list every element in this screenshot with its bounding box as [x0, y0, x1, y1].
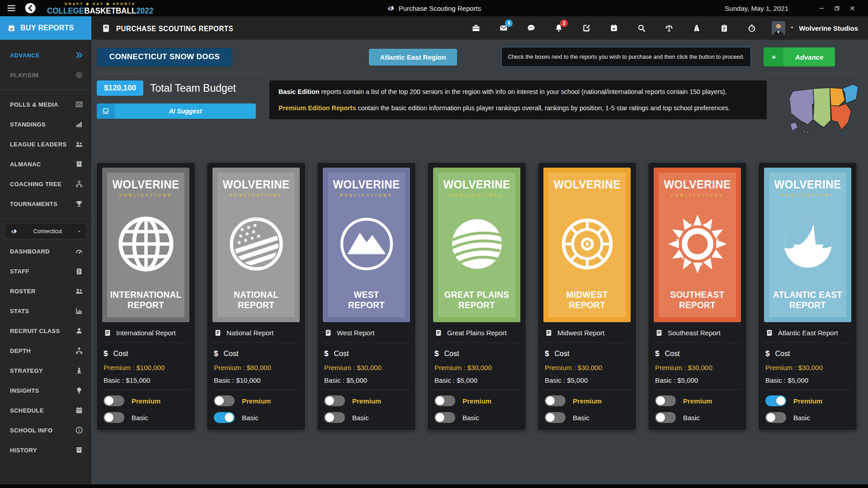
brand-basketball: BASKETBALL	[84, 5, 136, 15]
back-icon[interactable]	[24, 2, 36, 14]
chevron-down-icon	[77, 229, 82, 234]
cost-block: $ Cost Premium : $80,000 Basic : $10,000	[212, 343, 300, 389]
flag-icon	[222, 210, 290, 278]
wolverine-logo-icon	[387, 4, 395, 12]
sidebar-item[interactable]: LEAGUE LEADERS	[0, 134, 91, 154]
sidebar-item-label: STAFF	[10, 268, 29, 275]
basic-toggle[interactable]	[104, 412, 124, 423]
menu-icon[interactable]	[6, 3, 16, 13]
premium-toggle[interactable]	[765, 395, 786, 406]
bars-icon	[75, 120, 83, 128]
premium-toggle[interactable]	[104, 395, 124, 406]
user-menu[interactable]: Wolverine Studios	[772, 21, 858, 35]
minimize-icon[interactable]	[814, 2, 829, 14]
premium-toggle-label: Premium	[573, 397, 602, 405]
sidebar-item[interactable]: PLAY/SIM	[0, 65, 91, 85]
basic-toggle[interactable]	[214, 412, 235, 423]
search-icon	[637, 23, 646, 33]
divider	[97, 73, 862, 74]
bottom-bar	[0, 484, 868, 488]
divider	[0, 218, 91, 219]
toggle-section: Premium Basic	[433, 390, 520, 426]
report-card: WOLVERINE PUBLICATIONS ATLANTIC EAST REP…	[759, 163, 857, 430]
clipboard-icon	[75, 267, 83, 275]
page-title: PURCHASE SCOUTING REPORTS	[116, 23, 233, 33]
premium-toggle[interactable]	[324, 395, 345, 406]
basic-toggle-label: Basic	[242, 414, 259, 422]
basic-cost: Basic : $5,000	[545, 376, 629, 384]
basic-toggle[interactable]	[434, 412, 455, 423]
sidebar-item-label: PLAY/SIM	[10, 72, 38, 79]
toolbar: 6 2	[472, 23, 756, 33]
bulb-icon	[75, 386, 83, 394]
basic-toggle[interactable]	[655, 412, 676, 423]
sidebar-item[interactable]: STATS	[0, 301, 91, 321]
report-name-row: Southeast Report	[654, 322, 741, 343]
cost-label: Cost	[113, 350, 128, 358]
clipboard-icon	[720, 23, 729, 33]
sidebar-item[interactable]: RECRUIT CLASS	[0, 321, 91, 341]
sidebar-item[interactable]: INSIGHTS	[0, 380, 91, 400]
restore-icon[interactable]	[829, 2, 844, 14]
sidebar-item[interactable]: STANDINGS	[0, 114, 91, 134]
basic-toggle-label: Basic	[793, 414, 810, 422]
sidebar-item[interactable]: SCHOOL INFO	[0, 420, 91, 440]
basic-toggle-label: Basic	[352, 414, 369, 422]
cost-block: $ Cost Premium : $30,000 Basic : $5,000	[543, 343, 631, 389]
premium-toggle-label: Premium	[462, 397, 491, 405]
trophy-icon	[75, 200, 83, 208]
sidebar-item[interactable]: TOURNAMENTS	[0, 194, 91, 214]
sidebar-item[interactable]: STAFF	[0, 261, 91, 281]
sidebar-item-label: ALMANAC	[10, 161, 41, 168]
sitemap-icon	[75, 347, 83, 355]
publisher-name: WOLVERINE	[664, 178, 731, 191]
briefcase-icon	[472, 23, 481, 33]
sidebar-item[interactable]: DASHBOARD	[0, 241, 91, 261]
sidebar-item[interactable]: ALMANAC	[0, 154, 91, 174]
report-cover: WOLVERINE PUBLICATIONS ATLANTIC EAST REP…	[764, 168, 851, 322]
publisher-name: WOLVERINE	[222, 178, 289, 191]
ai-suggest-button[interactable]: AI Suggest	[97, 103, 256, 119]
archive-icon	[75, 446, 83, 454]
publisher-subtitle: PUBLICATIONS	[450, 193, 503, 197]
cost-block: $ Cost Premium : $100,000 Basic : $15,00…	[102, 343, 189, 389]
report-cards: WOLVERINE PUBLICATIONS INTERNATIONAL REP…	[97, 163, 862, 430]
report-name-row: International Report	[102, 322, 189, 343]
sidebar-item[interactable]: STRATEGY	[0, 361, 91, 380]
basic-cost: Basic : $5,000	[765, 376, 850, 384]
sidebar-item[interactable]: ROSTER	[0, 281, 91, 301]
calendar-icon	[75, 406, 83, 414]
buy-reports-header[interactable]: BUY REPORTS	[0, 16, 91, 40]
report-name: National Report	[226, 329, 274, 337]
basic-toggle[interactable]	[324, 412, 345, 423]
chevrons-icon: »	[764, 47, 783, 66]
cover-title: GREAT PLAINS REPORT	[444, 290, 509, 311]
edit-icon	[582, 23, 591, 33]
dollar-icon: $	[655, 349, 659, 358]
wheel-icon	[553, 210, 621, 278]
window-title: Purchase Scouting Reports	[399, 5, 481, 12]
sidebar-item[interactable]: SCHEDULE	[0, 400, 91, 420]
people-icon	[75, 140, 83, 148]
sidebar-item[interactable]: HISTORY	[0, 440, 91, 460]
sidebar-item[interactable]: POLLS & MEDIA	[0, 94, 91, 114]
sidebar-item[interactable]: ADVANCE	[0, 45, 91, 65]
sidebar-item[interactable]: COACHING TREE	[0, 174, 91, 194]
team-selector-dropdown[interactable]: Connecticut	[5, 223, 87, 239]
premium-toggle[interactable]	[545, 395, 566, 406]
sidebar-item[interactable]: DEPTH	[0, 341, 91, 361]
advance-button[interactable]: » Advance	[764, 47, 835, 66]
brand-year: 2022	[136, 5, 153, 15]
report-name: Great Plains Report	[447, 329, 507, 337]
cost-block: $ Cost Premium : $30,000 Basic : $5,000	[323, 343, 410, 389]
premium-toggle[interactable]	[214, 395, 235, 406]
basic-toggle[interactable]	[545, 412, 566, 423]
basic-toggle[interactable]	[765, 412, 786, 423]
tree-icon	[75, 180, 83, 188]
premium-toggle[interactable]	[434, 395, 455, 406]
premium-toggle[interactable]	[655, 395, 676, 406]
close-icon[interactable]	[844, 2, 860, 14]
basic-edition-info: Basic Edition reports contain a list of …	[278, 88, 758, 96]
premium-toggle-label: Premium	[352, 397, 381, 405]
region-chip[interactable]: Atlantic East Region	[369, 49, 457, 66]
